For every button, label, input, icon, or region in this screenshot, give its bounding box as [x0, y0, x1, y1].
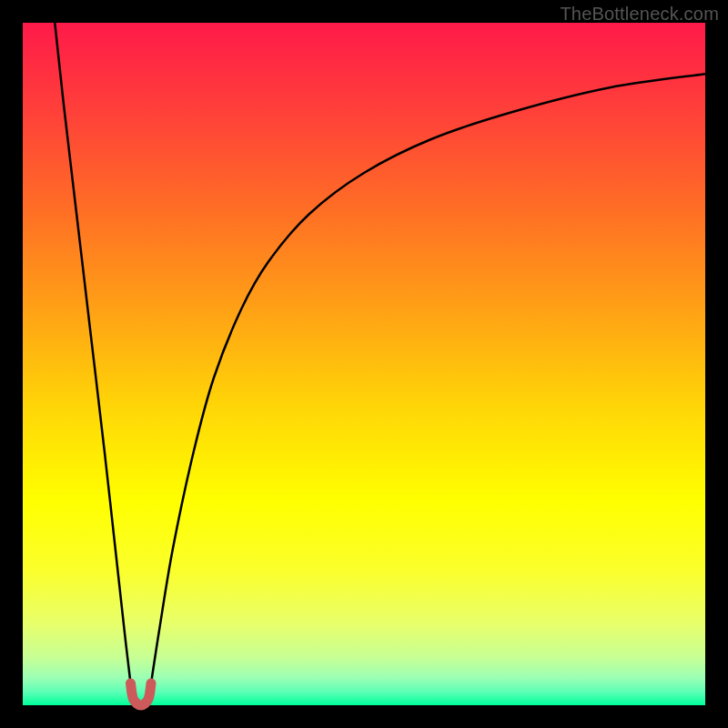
watermark-text: TheBottleneck.com — [560, 4, 719, 25]
curve-valley-marker — [131, 683, 152, 705]
curve-layer — [23, 23, 705, 705]
curve-right-branch — [151, 74, 705, 683]
curve-left-branch — [55, 23, 130, 683]
chart-plot-area — [23, 23, 705, 705]
chart-container: TheBottleneck.com — [0, 0, 728, 728]
